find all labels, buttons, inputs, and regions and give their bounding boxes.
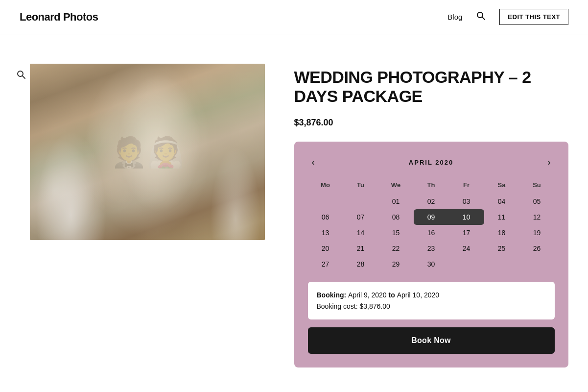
search-button[interactable] xyxy=(476,11,486,23)
calendar-day-17[interactable]: 17 xyxy=(449,225,484,241)
calendar-week-2: 13141516171819 xyxy=(308,225,555,241)
header-right: Blog EDIT THIS TEXT xyxy=(447,9,568,25)
zoom-icon[interactable] xyxy=(16,70,26,82)
site-title: Leonard Photos xyxy=(20,11,98,23)
search-icon xyxy=(476,11,486,21)
calendar-day-22[interactable]: 22 xyxy=(378,241,414,256)
booking-to-label: to xyxy=(389,291,397,299)
calendar-day-16[interactable]: 16 xyxy=(414,225,449,241)
booking-end-date: April 10, 2020 xyxy=(397,291,439,299)
calendar-day-28[interactable]: 28 xyxy=(343,256,378,272)
image-section xyxy=(30,64,265,368)
nav-blog-link[interactable]: Blog xyxy=(447,13,462,21)
booking-cost-value: $3,876.00 xyxy=(359,302,390,310)
calendar-next-button[interactable]: › xyxy=(543,155,554,170)
calendar-week-4: 27282930 xyxy=(308,256,555,272)
calendar-day-12[interactable]: 12 xyxy=(519,209,555,225)
booking-start-date: April 9, 2020 xyxy=(348,291,389,299)
svg-line-1 xyxy=(482,17,485,20)
calendar-day-20[interactable]: 20 xyxy=(308,241,343,256)
calendar-day-14[interactable]: 14 xyxy=(343,225,378,241)
booking-label: Booking: xyxy=(317,291,349,299)
calendar-day-10[interactable]: 10 xyxy=(449,209,484,225)
calendar-day-01[interactable]: 01 xyxy=(378,194,414,209)
cal-day-mo: Mo xyxy=(308,179,343,194)
site-header: Leonard Photos Blog EDIT THIS TEXT xyxy=(0,0,588,34)
header-left: Leonard Photos xyxy=(20,11,98,24)
svg-line-3 xyxy=(23,76,25,78)
booking-info-box: Booking: April 9, 2020 to April 10, 2020… xyxy=(308,282,555,319)
calendar-day-03[interactable]: 03 xyxy=(449,194,484,209)
calendar-widget: ‹ APRIL 2020 › Mo Tu We Th Fr Sa Su xyxy=(294,142,568,368)
calendar-week-3: 20212223242526 xyxy=(308,241,555,256)
calendar-prev-button[interactable]: ‹ xyxy=(308,155,319,170)
calendar-day-07[interactable]: 07 xyxy=(343,209,378,225)
calendar-day-30[interactable]: 30 xyxy=(414,256,449,272)
booking-date-line: Booking: April 9, 2020 to April 10, 2020 xyxy=(317,290,546,300)
product-section: WEDDING PHOTOGRAPHY – 2 DAYS PACKAGE $3,… xyxy=(294,64,568,368)
main-content: WEDDING PHOTOGRAPHY – 2 DAYS PACKAGE $3,… xyxy=(0,34,588,392)
calendar-day-21[interactable]: 21 xyxy=(343,241,378,256)
calendar-day-02[interactable]: 02 xyxy=(414,194,449,209)
calendar-days-header: Mo Tu We Th Fr Sa Su xyxy=(308,179,555,194)
cal-day-tu: Tu xyxy=(343,179,378,194)
cal-day-su: Su xyxy=(519,179,555,194)
cal-day-th: Th xyxy=(414,179,449,194)
calendar-day-25[interactable]: 25 xyxy=(484,241,519,256)
book-now-button[interactable]: Book Now xyxy=(308,327,555,354)
calendar-header: ‹ APRIL 2020 › xyxy=(308,155,555,170)
cal-day-we: We xyxy=(378,179,414,194)
calendar-day-24[interactable]: 24 xyxy=(449,241,484,256)
booking-cost-label: Booking cost: xyxy=(317,302,360,310)
calendar-day-15[interactable]: 15 xyxy=(378,225,414,241)
cal-day-fr: Fr xyxy=(449,179,484,194)
edit-text-button[interactable]: EDIT THIS TEXT xyxy=(499,9,568,25)
calendar-day-04[interactable]: 04 xyxy=(484,194,519,209)
calendar-day-empty-46 xyxy=(519,256,555,272)
calendar-day-empty-00 xyxy=(308,194,343,209)
booking-cost-line: Booking cost: $3,876.00 xyxy=(317,301,546,312)
calendar-grid: Mo Tu We Th Fr Sa Su 0102030405060708091… xyxy=(308,179,555,272)
calendar-day-13[interactable]: 13 xyxy=(308,225,343,241)
calendar-day-18[interactable]: 18 xyxy=(484,225,519,241)
product-price: $3,876.00 xyxy=(294,118,568,128)
calendar-day-05[interactable]: 05 xyxy=(519,194,555,209)
calendar-month-label: APRIL 2020 xyxy=(409,159,453,166)
calendar-day-06[interactable]: 06 xyxy=(308,209,343,225)
calendar-day-27[interactable]: 27 xyxy=(308,256,343,272)
calendar-week-0: 0102030405 xyxy=(308,194,555,209)
calendar-day-empty-44 xyxy=(449,256,484,272)
calendar-day-11[interactable]: 11 xyxy=(484,209,519,225)
cal-day-sa: Sa xyxy=(484,179,519,194)
calendar-day-empty-01 xyxy=(343,194,378,209)
calendar-day-26[interactable]: 26 xyxy=(519,241,555,256)
product-title: WEDDING PHOTOGRAPHY – 2 DAYS PACKAGE xyxy=(294,68,568,106)
calendar-week-1: 06070809101112 xyxy=(308,209,555,225)
calendar-day-23[interactable]: 23 xyxy=(414,241,449,256)
calendar-day-09[interactable]: 09 xyxy=(414,209,449,225)
calendar-day-29[interactable]: 29 xyxy=(378,256,414,272)
calendar-day-empty-45 xyxy=(484,256,519,272)
calendar-day-19[interactable]: 19 xyxy=(519,225,555,241)
product-image xyxy=(30,64,265,240)
calendar-day-08[interactable]: 08 xyxy=(378,209,414,225)
